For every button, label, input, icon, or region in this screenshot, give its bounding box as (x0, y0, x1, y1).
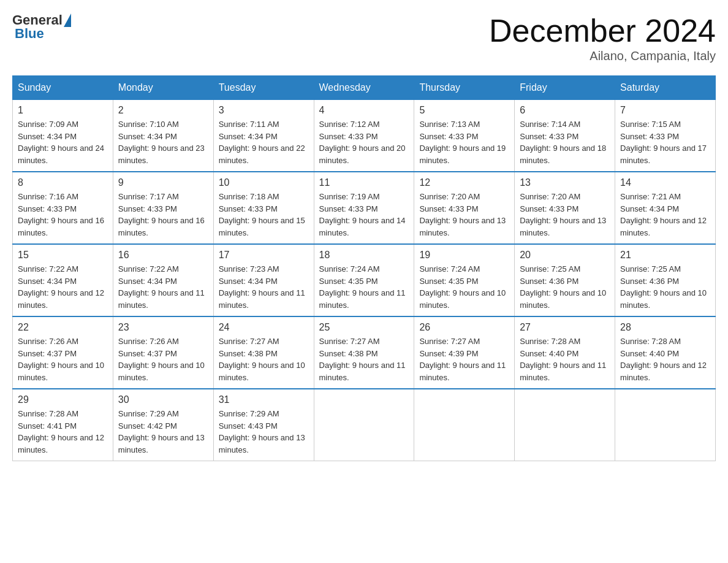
calendar-day-cell: 15 Sunrise: 7:22 AM Sunset: 4:34 PM Dayl… (13, 244, 113, 316)
calendar-day-cell (615, 389, 716, 461)
calendar-day-cell (314, 389, 414, 461)
day-info: Sunrise: 7:29 AM Sunset: 4:42 PM Dayligh… (118, 408, 208, 456)
day-info: Sunrise: 7:14 AM Sunset: 4:33 PM Dayligh… (520, 118, 610, 166)
calendar-day-cell: 1 Sunrise: 7:09 AM Sunset: 4:34 PM Dayli… (13, 100, 113, 172)
day-number: 21 (620, 250, 710, 261)
calendar-week-row: 1 Sunrise: 7:09 AM Sunset: 4:34 PM Dayli… (13, 100, 716, 172)
calendar-day-cell: 25 Sunrise: 7:27 AM Sunset: 4:38 PM Dayl… (314, 316, 414, 389)
day-info: Sunrise: 7:24 AM Sunset: 4:35 PM Dayligh… (319, 263, 409, 311)
location-text: Ailano, Campania, Italy (489, 49, 716, 63)
day-number: 2 (118, 105, 208, 116)
day-number: 14 (620, 177, 710, 188)
day-info: Sunrise: 7:20 AM Sunset: 4:33 PM Dayligh… (520, 191, 610, 239)
calendar-day-cell: 16 Sunrise: 7:22 AM Sunset: 4:34 PM Dayl… (113, 244, 213, 316)
day-number: 22 (18, 322, 108, 333)
calendar-day-cell: 11 Sunrise: 7:19 AM Sunset: 4:33 PM Dayl… (314, 172, 414, 244)
day-number: 31 (219, 394, 309, 405)
day-of-week-header: Thursday (414, 76, 515, 100)
day-info: Sunrise: 7:19 AM Sunset: 4:33 PM Dayligh… (319, 191, 409, 239)
day-number: 4 (319, 105, 409, 116)
day-info: Sunrise: 7:11 AM Sunset: 4:34 PM Dayligh… (219, 118, 309, 166)
day-of-week-header: Monday (113, 76, 213, 100)
calendar-header-row: SundayMondayTuesdayWednesdayThursdayFrid… (13, 76, 716, 100)
calendar-day-cell: 21 Sunrise: 7:25 AM Sunset: 4:36 PM Dayl… (615, 244, 716, 316)
day-info: Sunrise: 7:15 AM Sunset: 4:33 PM Dayligh… (620, 118, 710, 166)
day-number: 1 (18, 105, 108, 116)
day-info: Sunrise: 7:26 AM Sunset: 4:37 PM Dayligh… (118, 335, 208, 383)
title-section: December 2024 Ailano, Campania, Italy (489, 12, 716, 63)
calendar-week-row: 8 Sunrise: 7:16 AM Sunset: 4:33 PM Dayli… (13, 172, 716, 244)
day-info: Sunrise: 7:26 AM Sunset: 4:37 PM Dayligh… (18, 335, 108, 383)
calendar-day-cell (414, 389, 515, 461)
day-info: Sunrise: 7:25 AM Sunset: 4:36 PM Dayligh… (520, 263, 610, 311)
day-number: 26 (419, 322, 509, 333)
day-number: 27 (520, 322, 610, 333)
day-number: 29 (18, 394, 108, 405)
day-of-week-header: Tuesday (213, 76, 314, 100)
calendar-day-cell (515, 389, 615, 461)
day-number: 6 (520, 105, 610, 116)
day-info: Sunrise: 7:24 AM Sunset: 4:35 PM Dayligh… (419, 263, 509, 311)
day-number: 13 (520, 177, 610, 188)
day-number: 17 (219, 250, 309, 261)
day-info: Sunrise: 7:29 AM Sunset: 4:43 PM Dayligh… (219, 408, 309, 456)
day-number: 19 (419, 250, 509, 261)
day-number: 3 (219, 105, 309, 116)
day-info: Sunrise: 7:16 AM Sunset: 4:33 PM Dayligh… (18, 191, 108, 239)
day-info: Sunrise: 7:17 AM Sunset: 4:33 PM Dayligh… (118, 191, 208, 239)
day-info: Sunrise: 7:22 AM Sunset: 4:34 PM Dayligh… (118, 263, 208, 311)
calendar-day-cell: 2 Sunrise: 7:10 AM Sunset: 4:34 PM Dayli… (113, 100, 213, 172)
calendar-day-cell: 20 Sunrise: 7:25 AM Sunset: 4:36 PM Dayl… (515, 244, 615, 316)
day-of-week-header: Wednesday (314, 76, 414, 100)
day-info: Sunrise: 7:28 AM Sunset: 4:40 PM Dayligh… (520, 335, 610, 383)
calendar-day-cell: 29 Sunrise: 7:28 AM Sunset: 4:41 PM Dayl… (13, 389, 113, 461)
day-info: Sunrise: 7:21 AM Sunset: 4:34 PM Dayligh… (620, 191, 710, 239)
calendar-day-cell: 6 Sunrise: 7:14 AM Sunset: 4:33 PM Dayli… (515, 100, 615, 172)
calendar-day-cell: 13 Sunrise: 7:20 AM Sunset: 4:33 PM Dayl… (515, 172, 615, 244)
calendar-day-cell: 30 Sunrise: 7:29 AM Sunset: 4:42 PM Dayl… (113, 389, 213, 461)
day-info: Sunrise: 7:20 AM Sunset: 4:33 PM Dayligh… (419, 191, 509, 239)
day-number: 30 (118, 394, 208, 405)
calendar-day-cell: 26 Sunrise: 7:27 AM Sunset: 4:39 PM Dayl… (414, 316, 515, 389)
day-number: 8 (18, 177, 108, 188)
calendar-day-cell: 27 Sunrise: 7:28 AM Sunset: 4:40 PM Dayl… (515, 316, 615, 389)
calendar-day-cell: 24 Sunrise: 7:27 AM Sunset: 4:38 PM Dayl… (213, 316, 314, 389)
calendar-day-cell: 19 Sunrise: 7:24 AM Sunset: 4:35 PM Dayl… (414, 244, 515, 316)
day-number: 24 (219, 322, 309, 333)
day-info: Sunrise: 7:22 AM Sunset: 4:34 PM Dayligh… (18, 263, 108, 311)
calendar-day-cell: 5 Sunrise: 7:13 AM Sunset: 4:33 PM Dayli… (414, 100, 515, 172)
day-number: 11 (319, 177, 409, 188)
day-info: Sunrise: 7:28 AM Sunset: 4:41 PM Dayligh… (18, 408, 108, 456)
day-info: Sunrise: 7:27 AM Sunset: 4:39 PM Dayligh… (419, 335, 509, 383)
calendar-week-row: 29 Sunrise: 7:28 AM Sunset: 4:41 PM Dayl… (13, 389, 716, 461)
calendar-day-cell: 23 Sunrise: 7:26 AM Sunset: 4:37 PM Dayl… (113, 316, 213, 389)
day-number: 25 (319, 322, 409, 333)
day-of-week-header: Friday (515, 76, 615, 100)
day-info: Sunrise: 7:25 AM Sunset: 4:36 PM Dayligh… (620, 263, 710, 311)
calendar-day-cell: 14 Sunrise: 7:21 AM Sunset: 4:34 PM Dayl… (615, 172, 716, 244)
calendar-day-cell: 18 Sunrise: 7:24 AM Sunset: 4:35 PM Dayl… (314, 244, 414, 316)
calendar-day-cell: 22 Sunrise: 7:26 AM Sunset: 4:37 PM Dayl… (13, 316, 113, 389)
calendar-day-cell: 4 Sunrise: 7:12 AM Sunset: 4:33 PM Dayli… (314, 100, 414, 172)
calendar-day-cell: 28 Sunrise: 7:28 AM Sunset: 4:40 PM Dayl… (615, 316, 716, 389)
day-number: 16 (118, 250, 208, 261)
day-number: 9 (118, 177, 208, 188)
calendar-day-cell: 8 Sunrise: 7:16 AM Sunset: 4:33 PM Dayli… (13, 172, 113, 244)
calendar-day-cell: 17 Sunrise: 7:23 AM Sunset: 4:34 PM Dayl… (213, 244, 314, 316)
calendar-day-cell: 9 Sunrise: 7:17 AM Sunset: 4:33 PM Dayli… (113, 172, 213, 244)
day-info: Sunrise: 7:23 AM Sunset: 4:34 PM Dayligh… (219, 263, 309, 311)
day-info: Sunrise: 7:10 AM Sunset: 4:34 PM Dayligh… (118, 118, 208, 166)
day-info: Sunrise: 7:27 AM Sunset: 4:38 PM Dayligh… (219, 335, 309, 383)
logo-triangle-icon (64, 13, 71, 27)
logo: General Blue (12, 12, 72, 42)
logo-blue-text: Blue (12, 26, 44, 42)
day-number: 10 (219, 177, 309, 188)
calendar-day-cell: 3 Sunrise: 7:11 AM Sunset: 4:34 PM Dayli… (213, 100, 314, 172)
calendar-day-cell: 7 Sunrise: 7:15 AM Sunset: 4:33 PM Dayli… (615, 100, 716, 172)
day-number: 5 (419, 105, 509, 116)
day-info: Sunrise: 7:28 AM Sunset: 4:40 PM Dayligh… (620, 335, 710, 383)
calendar-day-cell: 12 Sunrise: 7:20 AM Sunset: 4:33 PM Dayl… (414, 172, 515, 244)
day-number: 15 (18, 250, 108, 261)
day-number: 20 (520, 250, 610, 261)
month-title: December 2024 (489, 12, 716, 49)
